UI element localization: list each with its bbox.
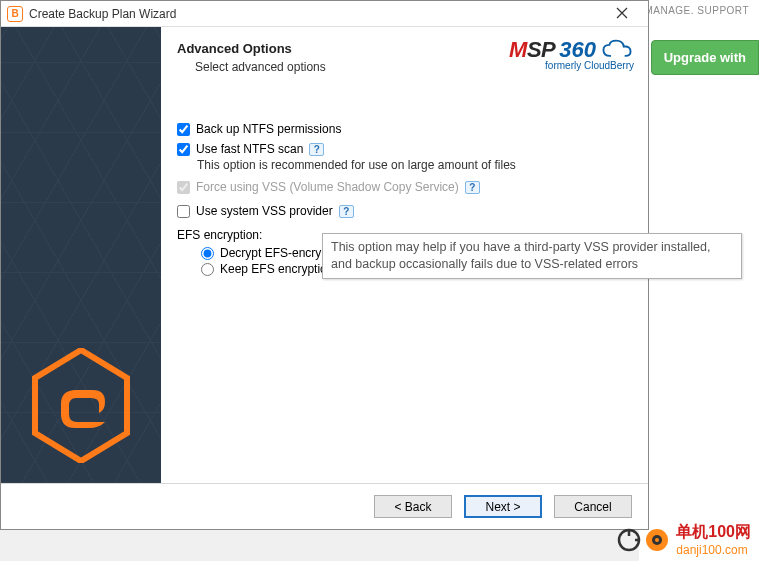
app-icon: B xyxy=(7,6,23,22)
svg-marker-0 xyxy=(35,350,127,461)
backup-ntfs-label: Back up NTFS permissions xyxy=(196,122,341,136)
brand-hex-icon xyxy=(31,348,131,463)
window-title: Create Backup Plan Wizard xyxy=(29,7,602,21)
watermark-icon xyxy=(616,527,670,553)
bg-top-text: MANAGE. SUPPORT xyxy=(644,5,749,16)
fast-ntfs-scan-note: This option is recommended for use on la… xyxy=(197,158,632,172)
brand-logo: MSP360 formerly CloudBerry xyxy=(509,37,634,71)
help-icon[interactable]: ? xyxy=(465,181,480,194)
watermark: 单机100网 danji100.com xyxy=(616,522,751,557)
watermark-url: danji100.com xyxy=(676,543,751,557)
back-button[interactable]: < Back xyxy=(374,495,452,518)
backup-ntfs-checkbox[interactable] xyxy=(177,123,190,136)
help-icon[interactable]: ? xyxy=(339,205,354,218)
svg-point-6 xyxy=(655,538,659,542)
close-button[interactable] xyxy=(602,5,642,23)
system-vss-checkbox[interactable] xyxy=(177,205,190,218)
help-icon[interactable]: ? xyxy=(309,143,324,156)
force-vss-label: Force using VSS (Volume Shadow Copy Serv… xyxy=(196,180,459,194)
watermark-text-cn: 单机100网 xyxy=(676,522,751,543)
tooltip: This option may help if you have a third… xyxy=(322,233,742,279)
efs-keep-label: Keep EFS encryption xyxy=(220,262,333,276)
fast-ntfs-scan-checkbox[interactable] xyxy=(177,143,190,156)
system-vss-label: Use system VSS provider xyxy=(196,204,333,218)
upgrade-button[interactable]: Upgrade with xyxy=(651,40,759,75)
force-vss-checkbox xyxy=(177,181,190,194)
wizard-sidebar xyxy=(1,27,161,483)
close-icon xyxy=(616,7,628,19)
wizard-footer: < Back Next > Cancel xyxy=(1,483,648,529)
efs-decrypt-radio[interactable] xyxy=(201,247,214,260)
cancel-button[interactable]: Cancel xyxy=(554,495,632,518)
cloud-icon xyxy=(600,39,634,61)
efs-keep-radio[interactable] xyxy=(201,263,214,276)
title-bar: B Create Backup Plan Wizard xyxy=(1,1,648,27)
next-button[interactable]: Next > xyxy=(464,495,542,518)
fast-ntfs-scan-label: Use fast NTFS scan xyxy=(196,142,303,156)
app-background: MANAGE. SUPPORT Upgrade with xyxy=(639,0,759,561)
